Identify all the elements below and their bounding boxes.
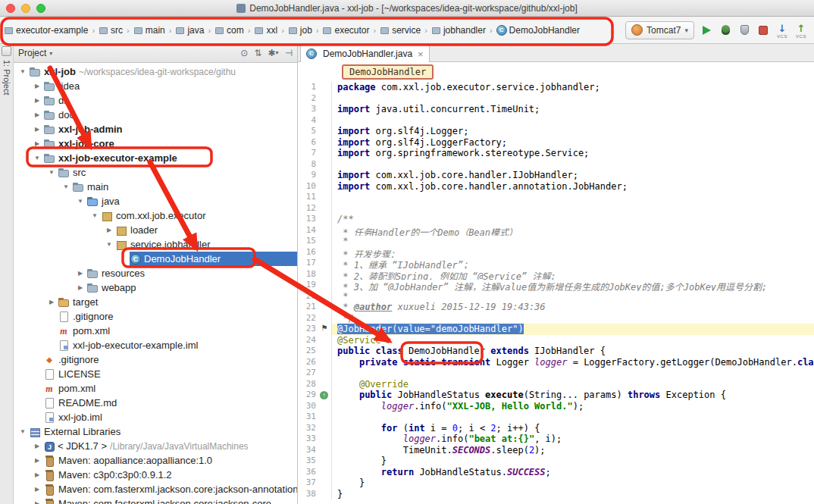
code-line-13[interactable]: 13/** (298, 214, 814, 225)
breadcrumb-item-main[interactable]: main (133, 25, 166, 36)
vcs-update-button[interactable]: VCS (775, 23, 789, 38)
expand-arrow-icon[interactable]: ▶ (103, 227, 115, 233)
tree-item-resources[interactable]: ▶resources (14, 266, 297, 280)
expand-arrow-icon[interactable]: ▶ (31, 486, 43, 493)
tree-item-maven-c3p0-c3p0-0-9-1-2[interactable]: ▶Maven: c3p0:c3p0:0.9.1.2 (14, 468, 297, 482)
tree-item-pom-xml[interactable]: mpom.xml (14, 324, 297, 338)
project-view-select[interactable]: Project ▾ (18, 48, 52, 58)
code-line-29[interactable]: 29↑ public JobHandleStatus execute(Strin… (298, 390, 814, 401)
code-line-34[interactable]: 34 TimeUnit.SECONDS.sleep(2); (298, 445, 814, 456)
tree-item-com-xxl-job-executor[interactable]: ▼com.xxl.job.executor (14, 208, 297, 223)
collapse-all-icon[interactable]: ⇅ (254, 49, 261, 58)
code-line-37[interactable]: 37 } (298, 477, 814, 489)
expand-arrow-icon[interactable]: ▶ (31, 457, 43, 464)
debug-button[interactable] (719, 23, 732, 38)
code-line-6[interactable]: 6import org.slf4j.LoggerFactory; (298, 137, 814, 149)
stop-button[interactable] (756, 23, 770, 38)
tree-item-gitignore[interactable]: .gitignore (14, 309, 297, 324)
code-line-24[interactable]: 24@Service (298, 335, 814, 346)
code-line-36[interactable]: 36 return JobHandleStatus.SUCCESS; (298, 467, 814, 478)
expand-arrow-icon[interactable]: ▶ (31, 500, 43, 504)
tree-item-xxl-job-admin[interactable]: ▶xxl-job-admin (14, 122, 297, 136)
tree-item-webapp[interactable]: ▶webapp (14, 280, 297, 295)
code-line-23[interactable]: 23⚑@JobHander(value="demoJobHandler") (298, 324, 814, 335)
code-line-27[interactable]: 27 (298, 368, 814, 379)
breadcrumb-item-demojobhandler[interactable]: CDemoJobHandler (496, 25, 581, 36)
code-line-5[interactable]: 5import org.slf4j.Logger; (298, 126, 814, 137)
expand-arrow-icon[interactable]: ▼ (31, 155, 43, 161)
code-line-30[interactable]: 30 logger.info("XXL-JOB, Hello World."); (298, 401, 814, 412)
tree-item-maven-aopalliance-aopalliance-1-0[interactable]: ▶Maven: aopalliance:aopalliance:1.0 (14, 453, 297, 468)
tree-item-xxl-job[interactable]: ▼xxl-job~/workspaces/idea-git-workspace/… (14, 64, 297, 79)
expand-arrow-icon[interactable]: ▼ (74, 198, 86, 205)
minimize-window-button[interactable] (21, 4, 30, 13)
code-line-17[interactable]: 17 * 1、继承 “IJobHandler”； (298, 258, 814, 269)
tree-item-xxl-job-executor-example-iml[interactable]: xxl-job-executor-example.iml (14, 338, 297, 352)
zoom-window-button[interactable] (36, 4, 45, 13)
tree-item-db[interactable]: ▶db (14, 93, 297, 108)
breadcrumb-item-service[interactable]: service (379, 25, 421, 36)
code-line-11[interactable]: 11 (298, 192, 814, 203)
expand-arrow-icon[interactable]: ▶ (31, 83, 43, 89)
tree-item-maven-com-fasterxml-jackson-core-jackson-annotations[interactable]: ▶Maven: com.fasterxml.jackson.core:jacks… (14, 482, 297, 496)
tree-item-gitignore[interactable]: ◆.gitignore (14, 352, 297, 367)
expand-arrow-icon[interactable]: ▼ (103, 241, 115, 248)
breadcrumb-item-src[interactable]: src (98, 25, 124, 36)
locate-icon[interactable]: ⊙ (240, 49, 248, 58)
expand-arrow-icon[interactable]: ▶ (31, 471, 43, 478)
code-line-32[interactable]: 32 for (int i = 0; i < 2; i++) { (298, 423, 814, 434)
expand-arrow-icon[interactable]: ▼ (89, 212, 101, 219)
code-line-8[interactable]: 8 (298, 159, 814, 171)
settings-gear-icon[interactable]: ✱▾ (268, 49, 278, 58)
expand-arrow-icon[interactable]: ▶ (31, 140, 43, 147)
code-line-14[interactable]: 14 * 任务Handler的一个Demo（Bean模式） (298, 225, 814, 236)
breadcrumb-item-jobhandler[interactable]: jobhandler (430, 25, 487, 36)
breadcrumb-item-executor[interactable]: executor (321, 25, 370, 36)
code-line-7[interactable]: 7import org.springframework.stereotype.S… (298, 148, 814, 159)
code-line-35[interactable]: 35 } (298, 455, 814, 467)
tree-item-readme-md[interactable]: README.md (14, 396, 297, 410)
expand-arrow-icon[interactable]: ▶ (74, 284, 86, 291)
expand-arrow-icon[interactable]: ▼ (45, 169, 58, 176)
tab-demojobhandler[interactable]: C DemoJobHandler.java × (300, 45, 430, 62)
code-line-33[interactable]: 33 logger.info("beat at:{}", i); (298, 434, 814, 445)
expand-arrow-icon[interactable]: ▶ (31, 97, 43, 104)
breadcrumb-item-job[interactable]: job (287, 25, 313, 36)
code-line-9[interactable]: 9import com.xxl.job.core.handler.IJobHan… (298, 170, 814, 181)
code-line-20[interactable]: 20 * (298, 291, 814, 302)
code-line-16[interactable]: 16 * 开发步骤： (298, 247, 814, 258)
breadcrumb-item-java[interactable]: java (174, 25, 205, 36)
code-line-10[interactable]: 10import com.xxl.job.core.handler.annota… (298, 181, 814, 193)
expand-arrow-icon[interactable]: ▼ (60, 183, 72, 190)
code-line-38[interactable]: 38} (298, 489, 814, 500)
tree-item-idea[interactable]: ▶.idea (14, 79, 297, 93)
close-window-button[interactable] (6, 4, 15, 13)
tree-item-target[interactable]: ▶target (14, 295, 297, 309)
code-line-22[interactable]: 22 */ (298, 313, 814, 324)
expand-arrow-icon[interactable]: ▶ (74, 270, 86, 277)
expand-arrow-icon[interactable]: ▼ (17, 428, 29, 435)
code-line-31[interactable]: 31 (298, 412, 814, 423)
breadcrumb-item-executor-example[interactable]: executor-example (3, 25, 89, 36)
code-line-4[interactable]: 4 (298, 115, 814, 127)
tree-item-xxl-job-executor-example[interactable]: ▼xxl-job-executor-example (14, 151, 297, 165)
tree-item-src[interactable]: ▼src (14, 165, 297, 180)
code-editor[interactable]: DemoJobHandler 1package com.xxl.job.exec… (298, 62, 814, 504)
vcs-commit-button[interactable]: VCS (794, 23, 808, 38)
tree-item-pom-xml[interactable]: mpom.xml (14, 381, 297, 396)
code-line-12[interactable]: 12 (298, 203, 814, 214)
tree-item-xxl-job-core[interactable]: ▶xxl-job-core (14, 136, 297, 151)
run-coverage-button[interactable] (737, 23, 751, 38)
breadcrumb-item-xxl[interactable]: xxl (253, 25, 278, 36)
code-line-3[interactable]: 3import java.util.concurrent.TimeUnit; (298, 104, 814, 115)
override-method-icon[interactable]: ↑ (320, 391, 328, 399)
tree-item-doc[interactable]: ▶doc (14, 108, 297, 122)
code-line-28[interactable]: 28 @Override (298, 379, 814, 390)
run-button[interactable] (700, 23, 713, 38)
tree-item-external-libraries[interactable]: ▼External Libraries (14, 424, 297, 439)
breadcrumb-item-com[interactable]: com (214, 25, 245, 36)
tree-item-license[interactable]: LICENSE (14, 367, 297, 381)
tree-item-loader[interactable]: ▶loader (14, 223, 297, 237)
tree-item-demojobhandler[interactable]: CDemoJobHandler (14, 252, 297, 266)
project-tool-window-icon[interactable] (2, 46, 11, 56)
